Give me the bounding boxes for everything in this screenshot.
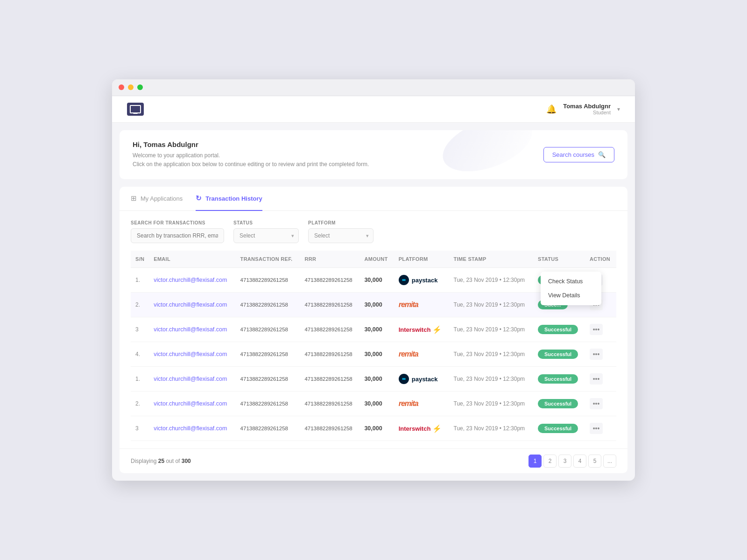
svg-point-1 xyxy=(402,377,406,381)
table-footer: Displaying 25 out of 300 1 2 3 4 5 ... xyxy=(120,448,627,473)
col-status: Status xyxy=(533,251,585,268)
cell-action: ••• xyxy=(585,392,616,416)
email-link[interactable]: victor.churchill@flexisaf.com xyxy=(154,400,227,407)
col-timestamp: Time Stamp xyxy=(449,251,533,268)
page-btn-1[interactable]: 1 xyxy=(529,455,542,468)
cell-ref: 4713882289261258 xyxy=(236,342,300,367)
cell-sn: 3 xyxy=(131,317,149,342)
cell-timestamp: Tue, 23 Nov 2019 • 12:30pm xyxy=(449,317,533,342)
displaying-prefix: Displaying xyxy=(131,458,158,464)
col-ref: Transaction Ref. xyxy=(236,251,300,268)
close-dot[interactable] xyxy=(119,84,124,90)
email-link[interactable]: victor.churchill@flexisaf.com xyxy=(154,425,227,432)
logo xyxy=(127,103,144,116)
tab-transaction-history[interactable]: ↻ Transaction History xyxy=(196,187,262,211)
cell-action: ••• xyxy=(585,342,616,367)
user-name: Tomas Abdulgnr xyxy=(563,103,611,110)
cell-rrr: 4713882289261258 xyxy=(300,293,359,317)
minimize-dot[interactable] xyxy=(128,84,134,90)
page-btn-ellipsis[interactable]: ... xyxy=(603,455,616,468)
status-select[interactable]: Select Successful Failed xyxy=(233,228,299,243)
cell-ref: 4713882289261258 xyxy=(236,367,300,392)
page-btn-2[interactable]: 2 xyxy=(543,455,557,468)
email-link[interactable]: victor.churchill@flexisaf.com xyxy=(154,376,227,382)
chevron-down-icon[interactable]: ▾ xyxy=(617,106,620,112)
paystack-icon xyxy=(399,374,409,384)
cell-rrr: 4713882289261258 xyxy=(300,317,359,342)
context-menu-check-status[interactable]: Check Status xyxy=(541,274,601,288)
tab-my-applications-label: My Applications xyxy=(141,195,183,202)
svg-point-0 xyxy=(402,278,406,282)
email-link[interactable]: victor.churchill@flexisaf.com xyxy=(154,277,227,283)
displaying-info: Displaying 25 out of 300 xyxy=(131,458,191,464)
bolt-icon: ⚡ xyxy=(432,325,442,334)
context-menu-view-details[interactable]: View Details xyxy=(541,288,601,302)
email-link[interactable]: victor.churchill@flexisaf.com xyxy=(154,301,227,308)
cell-status: Successful xyxy=(533,317,585,342)
cell-platform: Interswitch ⚡ xyxy=(394,416,449,441)
action-menu-button[interactable]: ••• xyxy=(590,324,603,335)
cell-email: victor.churchill@flexisaf.com xyxy=(149,317,235,342)
greeting-heading: Hi, Tomas Abdulgnr xyxy=(133,140,369,148)
search-transactions-input[interactable] xyxy=(131,228,224,243)
tab-my-applications[interactable]: ⊞ My Applications xyxy=(131,187,183,211)
search-filter-group: SEARCH FOR TRANSACTIONS xyxy=(131,220,224,243)
table-row: 1. victor.churchill@flexisaf.com 4713882… xyxy=(131,367,616,392)
cell-amount: 30,000 xyxy=(359,392,394,416)
grid-icon: ⊞ xyxy=(131,194,137,203)
cell-rrr: 4713882289261258 xyxy=(300,268,359,293)
interswitch-label: Interswitch xyxy=(399,425,431,432)
bell-icon[interactable]: 🔔 xyxy=(546,104,557,114)
logo-icon xyxy=(127,103,144,116)
page-btn-3[interactable]: 3 xyxy=(558,455,571,468)
cell-status: Successful xyxy=(533,416,585,441)
cell-platform: remita xyxy=(394,342,449,367)
cell-timestamp: Tue, 23 Nov 2019 • 12:30pm xyxy=(449,367,533,392)
main-content: ⊞ My Applications ↻ Transaction History … xyxy=(120,187,627,473)
status-badge: Successful xyxy=(538,325,578,334)
pagination: 1 2 3 4 5 ... xyxy=(529,455,616,468)
cell-rrr: 4713882289261258 xyxy=(300,392,359,416)
remita-logo: remita xyxy=(399,301,418,308)
cell-email: victor.churchill@flexisaf.com xyxy=(149,268,235,293)
page-btn-4[interactable]: 4 xyxy=(573,455,586,468)
maximize-dot[interactable] xyxy=(137,84,143,90)
cell-timestamp: Tue, 23 Nov 2019 • 12:30pm xyxy=(449,416,533,441)
email-link[interactable]: victor.churchill@flexisaf.com xyxy=(154,351,227,357)
cell-amount: 30,000 xyxy=(359,293,394,317)
paystack-logo: paystack xyxy=(399,374,444,384)
table-row: 4. victor.churchill@flexisaf.com 4713882… xyxy=(131,342,616,367)
action-menu-button[interactable]: ••• xyxy=(590,423,603,434)
action-menu-button[interactable]: ••• xyxy=(590,373,603,385)
table-row: 2. victor.churchill@flexisaf.com 4713882… xyxy=(131,392,616,416)
titlebar xyxy=(112,79,635,96)
platform-select[interactable]: Select Paystack Remita Interswitch xyxy=(308,228,374,243)
cell-timestamp: Tue, 23 Nov 2019 • 12:30pm xyxy=(449,342,533,367)
page-btn-5[interactable]: 5 xyxy=(588,455,601,468)
remita-logo: remita xyxy=(399,350,418,358)
search-courses-button[interactable]: Search courses 🔍 xyxy=(543,147,614,162)
action-menu-button[interactable]: ••• xyxy=(590,398,603,409)
col-sn: S/N xyxy=(131,251,149,268)
displaying-count: 25 xyxy=(158,458,164,464)
action-menu-button[interactable]: ••• xyxy=(590,349,603,360)
transactions-table: S/N Email Transaction Ref. RRR Amount Pl… xyxy=(131,251,616,441)
search-filter-label: SEARCH FOR TRANSACTIONS xyxy=(131,220,224,225)
user-area: 🔔 Tomas Abdulgnr Student ▾ xyxy=(546,103,620,115)
cell-status: Successful xyxy=(533,342,585,367)
cell-platform: remita xyxy=(394,293,449,317)
cell-amount: 30,000 xyxy=(359,367,394,392)
cell-sn: 2. xyxy=(131,293,149,317)
user-role: Student xyxy=(563,110,611,115)
cell-sn: 3 xyxy=(131,416,149,441)
cell-action: ••• xyxy=(585,317,616,342)
table-row: 3 victor.churchill@flexisaf.com 47138822… xyxy=(131,317,616,342)
search-icon: 🔍 xyxy=(598,151,606,158)
platform-filter-group: PLATFORM Select Paystack Remita Interswi… xyxy=(308,220,374,243)
paystack-svg xyxy=(401,376,407,382)
table-row: 3 victor.churchill@flexisaf.com 47138822… xyxy=(131,416,616,441)
tabs-bar: ⊞ My Applications ↻ Transaction History xyxy=(120,187,627,211)
col-platform: Platform xyxy=(394,251,449,268)
email-link[interactable]: victor.churchill@flexisaf.com xyxy=(154,326,227,333)
cell-sn: 2. xyxy=(131,392,149,416)
